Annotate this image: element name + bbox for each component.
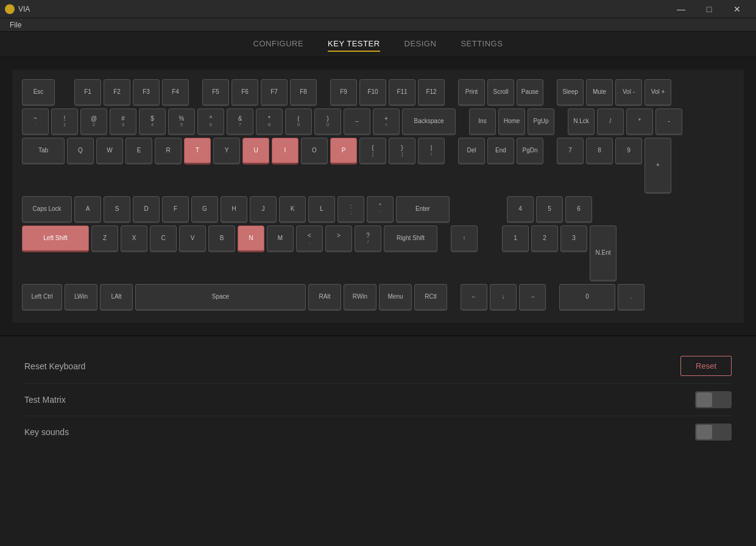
key-pgdn[interactable]: PgDn bbox=[517, 138, 543, 165]
key-f[interactable]: F bbox=[162, 196, 189, 223]
key-esc[interactable]: Esc bbox=[22, 79, 55, 106]
key-x[interactable]: X bbox=[121, 225, 147, 252]
key-3[interactable]: # 3 bbox=[110, 108, 136, 135]
key-pause[interactable]: Pause bbox=[517, 79, 543, 106]
key-k[interactable]: K bbox=[279, 196, 306, 223]
key-end[interactable]: End bbox=[487, 138, 514, 165]
key-num2[interactable]: 2 bbox=[531, 225, 558, 252]
key-e[interactable]: E bbox=[125, 138, 152, 165]
key-space[interactable]: Space bbox=[135, 284, 306, 311]
close-button[interactable]: ✕ bbox=[723, 0, 751, 18]
reset-button[interactable]: Reset bbox=[680, 356, 732, 376]
minimize-button[interactable]: — bbox=[667, 0, 695, 18]
key-a[interactable]: A bbox=[74, 196, 101, 223]
key-sleep[interactable]: Sleep bbox=[557, 79, 584, 106]
key-semicolon[interactable]: : ; bbox=[337, 196, 364, 223]
key-backspace[interactable]: Backspace bbox=[402, 108, 456, 135]
key-z[interactable]: Z bbox=[91, 225, 118, 252]
key-numenter[interactable]: N.Ent bbox=[590, 225, 616, 282]
key-numminus[interactable]: - bbox=[655, 108, 682, 135]
key-f6[interactable]: F6 bbox=[231, 79, 258, 106]
key-scroll[interactable]: Scroll bbox=[487, 79, 514, 106]
key-num3[interactable]: 3 bbox=[560, 225, 587, 252]
key-5[interactable]: % 5 bbox=[168, 108, 195, 135]
key-enter[interactable]: Enter bbox=[396, 196, 450, 223]
key-right[interactable]: → bbox=[519, 284, 546, 311]
key-tab[interactable]: Tab bbox=[22, 138, 65, 165]
key-sounds-toggle[interactable] bbox=[695, 424, 732, 441]
key-equals[interactable]: + = bbox=[373, 108, 400, 135]
key-tilde[interactable]: ~ ` bbox=[22, 108, 49, 135]
key-slash[interactable]: ? / bbox=[355, 225, 381, 252]
key-numslash[interactable]: / bbox=[597, 108, 624, 135]
file-menu[interactable]: File bbox=[5, 20, 26, 30]
key-lalt[interactable]: LAlt bbox=[100, 284, 133, 311]
key-capslock[interactable]: Caps Lock bbox=[22, 196, 72, 223]
key-q[interactable]: Q bbox=[67, 138, 94, 165]
key-f10[interactable]: F10 bbox=[359, 79, 386, 106]
key-w[interactable]: W bbox=[96, 138, 123, 165]
key-f11[interactable]: F11 bbox=[389, 79, 415, 106]
key-minus[interactable]: _ - bbox=[344, 108, 370, 135]
key-num9[interactable]: 9 bbox=[615, 138, 642, 165]
key-num0[interactable]: 0 bbox=[559, 284, 615, 311]
key-home[interactable]: Home bbox=[498, 108, 525, 135]
key-pgup[interactable]: PgUp bbox=[528, 108, 554, 135]
key-left[interactable]: ← bbox=[461, 284, 487, 311]
key-vol-down[interactable]: Vol - bbox=[615, 79, 642, 106]
key-f3[interactable]: F3 bbox=[133, 79, 160, 106]
key-num6[interactable]: 6 bbox=[565, 196, 592, 223]
tab-key-tester[interactable]: KEY TESTER bbox=[328, 37, 380, 52]
key-m[interactable]: M bbox=[267, 225, 294, 252]
key-j[interactable]: J bbox=[250, 196, 277, 223]
key-nlck[interactable]: N.Lck bbox=[568, 108, 595, 135]
key-f9[interactable]: F9 bbox=[330, 79, 357, 106]
key-numplus[interactable]: + bbox=[645, 138, 671, 194]
key-7[interactable]: & 7 bbox=[227, 108, 253, 135]
key-b[interactable]: B bbox=[208, 225, 235, 252]
key-t[interactable]: T bbox=[184, 138, 211, 165]
key-f7[interactable]: F7 bbox=[261, 79, 288, 106]
key-n[interactable]: N bbox=[238, 225, 264, 252]
key-y[interactable]: Y bbox=[213, 138, 240, 165]
key-8[interactable]: * 8 bbox=[256, 108, 283, 135]
key-s[interactable]: S bbox=[104, 196, 130, 223]
key-rctrl[interactable]: RCtl bbox=[414, 284, 447, 311]
key-vol-up[interactable]: Vol + bbox=[645, 79, 671, 106]
key-print[interactable]: Print bbox=[458, 79, 485, 106]
key-f2[interactable]: F2 bbox=[104, 79, 130, 106]
key-o[interactable]: O bbox=[301, 138, 328, 165]
key-v[interactable]: V bbox=[179, 225, 206, 252]
key-rshift[interactable]: Right Shift bbox=[384, 225, 437, 252]
key-num5[interactable]: 5 bbox=[536, 196, 563, 223]
key-period[interactable]: > . bbox=[325, 225, 352, 252]
key-num8[interactable]: 8 bbox=[586, 138, 613, 165]
key-mute[interactable]: Mute bbox=[586, 79, 613, 106]
key-num4[interactable]: 4 bbox=[507, 196, 534, 223]
key-lbracket[interactable]: { [ bbox=[359, 138, 386, 165]
key-9[interactable]: ( 9 bbox=[285, 108, 312, 135]
key-ralt[interactable]: RAlt bbox=[308, 284, 341, 311]
key-comma[interactable]: < , bbox=[296, 225, 323, 252]
maximize-button[interactable]: □ bbox=[695, 0, 723, 18]
key-r[interactable]: R bbox=[155, 138, 182, 165]
key-backslash[interactable]: | \ bbox=[418, 138, 445, 165]
tab-settings[interactable]: SETTINGS bbox=[461, 37, 503, 52]
tab-configure[interactable]: CONFIGURE bbox=[253, 37, 304, 52]
key-d[interactable]: D bbox=[133, 196, 160, 223]
test-matrix-toggle[interactable] bbox=[695, 391, 732, 408]
key-c[interactable]: C bbox=[150, 225, 177, 252]
key-1[interactable]: ! 1 bbox=[51, 108, 78, 135]
key-f1[interactable]: F1 bbox=[74, 79, 101, 106]
key-f8[interactable]: F8 bbox=[290, 79, 317, 106]
key-quote[interactable]: " ' bbox=[367, 196, 394, 223]
key-down[interactable]: ↓ bbox=[490, 284, 517, 311]
key-numdot[interactable]: . bbox=[618, 284, 645, 311]
key-f12[interactable]: F12 bbox=[418, 79, 445, 106]
key-u[interactable]: U bbox=[242, 138, 269, 165]
key-6[interactable]: ^ 6 bbox=[197, 108, 224, 135]
key-2[interactable]: @ 2 bbox=[80, 108, 107, 135]
key-up[interactable]: ↑ bbox=[451, 225, 478, 252]
key-0[interactable]: ) 0 bbox=[314, 108, 341, 135]
key-g[interactable]: G bbox=[191, 196, 218, 223]
